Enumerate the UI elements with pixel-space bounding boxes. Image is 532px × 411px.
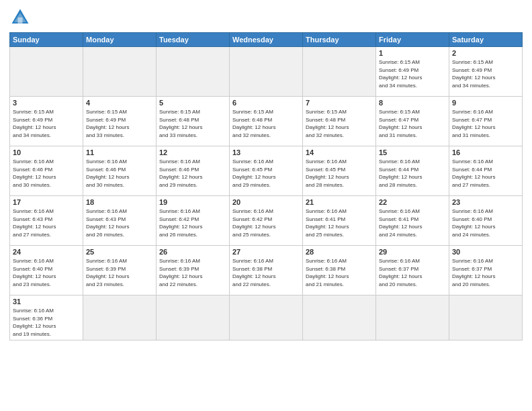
calendar-cell [83, 295, 157, 340]
day-info: Sunrise: 6:16 AM Sunset: 6:40 PM Dayligh… [452, 208, 519, 238]
calendar-cell: 2Sunrise: 6:15 AM Sunset: 6:49 PM Daylig… [449, 47, 523, 97]
calendar-cell: 5Sunrise: 6:15 AM Sunset: 6:48 PM Daylig… [157, 97, 230, 146]
calendar-cell: 6Sunrise: 6:15 AM Sunset: 6:48 PM Daylig… [230, 97, 303, 146]
day-number: 4 [86, 99, 153, 107]
day-number: 15 [379, 148, 446, 156]
calendar-cell: 17Sunrise: 6:16 AM Sunset: 6:43 PM Dayli… [10, 196, 83, 246]
day-number: 10 [13, 148, 80, 156]
calendar-body: 1Sunrise: 6:15 AM Sunset: 6:49 PM Daylig… [10, 47, 523, 340]
calendar-cell: 9Sunrise: 6:16 AM Sunset: 6:47 PM Daylig… [449, 97, 523, 146]
day-number: 30 [452, 248, 519, 256]
calendar-week-row: 24Sunrise: 6:16 AM Sunset: 6:40 PM Dayli… [10, 246, 523, 295]
calendar-cell: 23Sunrise: 6:16 AM Sunset: 6:40 PM Dayli… [449, 196, 523, 246]
day-info: Sunrise: 6:16 AM Sunset: 6:37 PM Dayligh… [379, 257, 446, 288]
day-number: 19 [159, 198, 226, 206]
day-info: Sunrise: 6:16 AM Sunset: 6:45 PM Dayligh… [232, 158, 300, 189]
weekday-header: Tuesday [157, 33, 230, 47]
day-info: Sunrise: 6:16 AM Sunset: 6:38 PM Dayligh… [232, 257, 300, 288]
calendar-cell: 13Sunrise: 6:16 AM Sunset: 6:45 PM Dayli… [230, 146, 303, 196]
calendar-cell [157, 295, 230, 340]
calendar-cell: 14Sunrise: 6:16 AM Sunset: 6:45 PM Dayli… [303, 146, 376, 196]
calendar-cell [449, 295, 523, 340]
day-number: 28 [306, 248, 373, 256]
calendar-cell: 31Sunrise: 6:16 AM Sunset: 6:36 PM Dayli… [10, 295, 83, 340]
calendar-cell: 27Sunrise: 6:16 AM Sunset: 6:38 PM Dayli… [230, 246, 303, 295]
calendar-week-row: 31Sunrise: 6:16 AM Sunset: 6:36 PM Dayli… [10, 295, 523, 340]
day-info: Sunrise: 6:15 AM Sunset: 6:49 PM Dayligh… [452, 58, 519, 89]
calendar-cell: 25Sunrise: 6:16 AM Sunset: 6:39 PM Dayli… [83, 246, 157, 295]
calendar-cell [376, 295, 449, 340]
day-number: 27 [232, 248, 300, 256]
calendar-cell [83, 47, 157, 97]
day-number: 11 [86, 148, 153, 156]
day-number: 26 [159, 248, 226, 256]
calendar-cell [10, 47, 83, 97]
day-info: Sunrise: 6:16 AM Sunset: 6:44 PM Dayligh… [379, 158, 446, 189]
day-info: Sunrise: 6:16 AM Sunset: 6:41 PM Dayligh… [306, 208, 373, 238]
day-info: Sunrise: 6:15 AM Sunset: 6:49 PM Dayligh… [13, 108, 80, 139]
day-info: Sunrise: 6:16 AM Sunset: 6:42 PM Dayligh… [159, 208, 226, 238]
day-info: Sunrise: 6:16 AM Sunset: 6:44 PM Dayligh… [452, 158, 519, 189]
calendar-cell: 28Sunrise: 6:16 AM Sunset: 6:38 PM Dayli… [303, 246, 376, 295]
day-number: 1 [379, 49, 446, 57]
day-info: Sunrise: 6:16 AM Sunset: 6:37 PM Dayligh… [452, 257, 519, 288]
calendar-cell: 30Sunrise: 6:16 AM Sunset: 6:37 PM Dayli… [449, 246, 523, 295]
day-number: 13 [232, 148, 300, 156]
day-number: 2 [452, 49, 519, 57]
day-number: 9 [452, 99, 519, 107]
calendar-cell: 24Sunrise: 6:16 AM Sunset: 6:40 PM Dayli… [10, 246, 83, 295]
svg-rect-2 [17, 17, 22, 24]
day-info: Sunrise: 6:15 AM Sunset: 6:48 PM Dayligh… [232, 108, 300, 139]
logo [9, 7, 34, 28]
day-info: Sunrise: 6:15 AM Sunset: 6:49 PM Dayligh… [379, 58, 446, 89]
calendar-table: SundayMondayTuesdayWednesdayThursdayFrid… [9, 32, 523, 340]
weekday-header: Friday [376, 33, 449, 47]
calendar-cell: 18Sunrise: 6:16 AM Sunset: 6:43 PM Dayli… [83, 196, 157, 246]
day-number: 3 [13, 99, 80, 107]
day-info: Sunrise: 6:15 AM Sunset: 6:49 PM Dayligh… [86, 108, 153, 139]
calendar-cell: 3Sunrise: 6:15 AM Sunset: 6:49 PM Daylig… [10, 97, 83, 146]
calendar-cell: 22Sunrise: 6:16 AM Sunset: 6:41 PM Dayli… [376, 196, 449, 246]
calendar-cell [157, 47, 230, 97]
logo-icon [9, 7, 31, 28]
day-number: 22 [379, 198, 446, 206]
calendar-cell [303, 47, 376, 97]
day-number: 6 [232, 99, 300, 107]
day-number: 24 [13, 248, 80, 256]
weekday-row: SundayMondayTuesdayWednesdayThursdayFrid… [10, 33, 523, 47]
day-number: 31 [13, 298, 80, 306]
day-info: Sunrise: 6:15 AM Sunset: 6:48 PM Dayligh… [159, 108, 226, 139]
weekday-header: Monday [83, 33, 157, 47]
calendar-week-row: 1Sunrise: 6:15 AM Sunset: 6:49 PM Daylig… [10, 47, 523, 97]
day-number: 14 [306, 148, 373, 156]
weekday-header: Sunday [10, 33, 83, 47]
day-number: 25 [86, 248, 153, 256]
calendar-page: SundayMondayTuesdayWednesdayThursdayFrid… [0, 0, 532, 411]
calendar-cell: 29Sunrise: 6:16 AM Sunset: 6:37 PM Dayli… [376, 246, 449, 295]
day-info: Sunrise: 6:16 AM Sunset: 6:41 PM Dayligh… [379, 208, 446, 238]
calendar-week-row: 3Sunrise: 6:15 AM Sunset: 6:49 PM Daylig… [10, 97, 523, 146]
calendar-week-row: 10Sunrise: 6:16 AM Sunset: 6:46 PM Dayli… [10, 146, 523, 196]
day-info: Sunrise: 6:16 AM Sunset: 6:38 PM Dayligh… [306, 257, 373, 288]
day-info: Sunrise: 6:16 AM Sunset: 6:42 PM Dayligh… [232, 208, 300, 238]
calendar-cell: 10Sunrise: 6:16 AM Sunset: 6:46 PM Dayli… [10, 146, 83, 196]
day-number: 5 [159, 99, 226, 107]
calendar-cell: 21Sunrise: 6:16 AM Sunset: 6:41 PM Dayli… [303, 196, 376, 246]
day-info: Sunrise: 6:15 AM Sunset: 6:47 PM Dayligh… [379, 108, 446, 139]
day-info: Sunrise: 6:16 AM Sunset: 6:45 PM Dayligh… [306, 158, 373, 189]
calendar-cell: 4Sunrise: 6:15 AM Sunset: 6:49 PM Daylig… [83, 97, 157, 146]
calendar-cell [230, 47, 303, 97]
day-number: 21 [306, 198, 373, 206]
calendar-cell: 26Sunrise: 6:16 AM Sunset: 6:39 PM Dayli… [157, 246, 230, 295]
weekday-header: Thursday [303, 33, 376, 47]
day-number: 7 [306, 99, 373, 107]
day-number: 18 [86, 198, 153, 206]
day-number: 16 [452, 148, 519, 156]
calendar-cell: 20Sunrise: 6:16 AM Sunset: 6:42 PM Dayli… [230, 196, 303, 246]
calendar-cell: 11Sunrise: 6:16 AM Sunset: 6:46 PM Dayli… [83, 146, 157, 196]
day-info: Sunrise: 6:16 AM Sunset: 6:47 PM Dayligh… [452, 108, 519, 139]
day-info: Sunrise: 6:16 AM Sunset: 6:40 PM Dayligh… [13, 257, 80, 288]
day-number: 20 [232, 198, 300, 206]
day-info: Sunrise: 6:16 AM Sunset: 6:46 PM Dayligh… [159, 158, 226, 189]
calendar-cell [303, 295, 376, 340]
